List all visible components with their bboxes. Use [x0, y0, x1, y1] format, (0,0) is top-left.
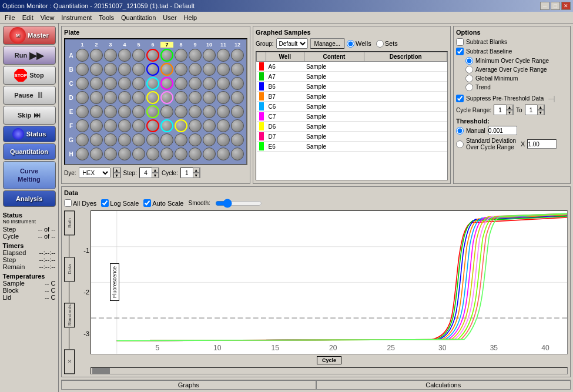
- well-c5[interactable]: [132, 77, 145, 90]
- well-b9[interactable]: [189, 63, 202, 76]
- menu-user[interactable]: User: [159, 13, 180, 22]
- well-f1[interactable]: [76, 119, 89, 132]
- well-d9[interactable]: [189, 91, 202, 104]
- well-d5[interactable]: [132, 91, 145, 104]
- well-h7[interactable]: [160, 148, 173, 160]
- smooth-slider[interactable]: [215, 199, 262, 208]
- skip-button[interactable]: Skip ⏭: [3, 106, 56, 125]
- min-over-cycle-radio[interactable]: [465, 57, 473, 65]
- cycle-spin-down[interactable]: ▼: [193, 173, 200, 178]
- dye-spin-down[interactable]: ▼: [113, 173, 120, 178]
- well-g3[interactable]: [104, 133, 117, 146]
- trend-radio[interactable]: [465, 83, 473, 91]
- auto-scale-checkbox[interactable]: [143, 199, 151, 207]
- well-f12[interactable]: [231, 119, 244, 132]
- pause-button[interactable]: Pause ⏸: [3, 86, 56, 105]
- all-dyes-checkbox[interactable]: [64, 199, 72, 207]
- well-c2[interactable]: [90, 77, 103, 90]
- well-b10[interactable]: [203, 63, 216, 76]
- well-c10[interactable]: [203, 77, 216, 90]
- well-g5[interactable]: [132, 133, 145, 146]
- auto-scale-label[interactable]: Auto Scale: [143, 199, 183, 207]
- log-scale-checkbox[interactable]: [101, 199, 109, 207]
- well-a10[interactable]: [203, 49, 216, 62]
- log-scale-label[interactable]: Log Scale: [101, 199, 139, 207]
- well-c8[interactable]: [175, 77, 187, 90]
- table-row[interactable]: B6 Sample: [257, 82, 447, 92]
- well-e5[interactable]: [132, 105, 145, 118]
- master-button[interactable]: M Master: [3, 26, 56, 45]
- table-row[interactable]: C6 Sample: [257, 102, 447, 112]
- well-g10[interactable]: [203, 133, 216, 146]
- well-f10[interactable]: [203, 119, 216, 132]
- well-a1[interactable]: [76, 49, 89, 62]
- cycle-spin-up[interactable]: ▲: [193, 167, 200, 173]
- global-min-radio[interactable]: [465, 75, 473, 82]
- sets-radio[interactable]: [376, 40, 384, 48]
- well-a5[interactable]: [132, 49, 145, 62]
- dye-spinbox[interactable]: ▲ ▼: [113, 167, 121, 178]
- well-a3[interactable]: [104, 49, 117, 62]
- suppress-checkbox[interactable]: [456, 95, 464, 102]
- avg-over-cycle-radio[interactable]: [465, 66, 473, 73]
- well-b2[interactable]: [90, 63, 103, 76]
- well-b5[interactable]: [132, 63, 145, 76]
- well-f6[interactable]: [146, 119, 159, 132]
- well-a12[interactable]: [231, 49, 244, 62]
- wells-radio[interactable]: [347, 40, 354, 48]
- well-g7[interactable]: [160, 133, 173, 146]
- well-h6[interactable]: [146, 148, 159, 160]
- well-g12[interactable]: [231, 133, 244, 146]
- quantitation-button[interactable]: Quantitation: [3, 143, 56, 160]
- well-c12[interactable]: [231, 77, 244, 90]
- well-h4[interactable]: [118, 148, 131, 160]
- stop-button[interactable]: STOP Stop: [3, 66, 56, 85]
- well-d12[interactable]: [231, 91, 244, 104]
- well-b4[interactable]: [118, 63, 131, 76]
- menu-help[interactable]: Help: [180, 13, 201, 22]
- well-b8[interactable]: [175, 63, 187, 76]
- subtract-baseline-checkbox[interactable]: [456, 48, 464, 55]
- table-row[interactable]: D6 Sample: [257, 122, 447, 132]
- well-b3[interactable]: [104, 63, 117, 76]
- well-a4[interactable]: [118, 49, 131, 62]
- well-e12[interactable]: [231, 105, 244, 118]
- well-h10[interactable]: [203, 148, 216, 160]
- well-g1[interactable]: [76, 133, 89, 146]
- well-f11[interactable]: [217, 119, 230, 132]
- well-d4[interactable]: [118, 91, 131, 104]
- well-f8[interactable]: [175, 119, 187, 132]
- well-a2[interactable]: [90, 49, 103, 62]
- table-row[interactable]: B7 Sample: [257, 92, 447, 102]
- table-row[interactable]: E6 Sample: [257, 142, 447, 152]
- well-h11[interactable]: [217, 148, 230, 160]
- well-e11[interactable]: [217, 105, 230, 118]
- well-h3[interactable]: [104, 148, 117, 160]
- cycle-to-down[interactable]: ▼: [537, 110, 544, 115]
- well-d6[interactable]: [146, 91, 159, 104]
- manage-button[interactable]: Manage...: [310, 38, 344, 49]
- minimize-button[interactable]: ─: [540, 2, 549, 10]
- well-d10[interactable]: [203, 91, 216, 104]
- status-button[interactable]: Status: [3, 126, 56, 142]
- well-b1[interactable]: [76, 63, 89, 76]
- group-select[interactable]: Default: [276, 38, 308, 49]
- well-c7[interactable]: [160, 77, 173, 90]
- table-row[interactable]: A7 Sample: [257, 72, 447, 82]
- run-button[interactable]: Run ▶▶: [3, 46, 56, 65]
- step-spin-down[interactable]: ▼: [152, 173, 159, 178]
- table-row[interactable]: C7 Sample: [257, 112, 447, 122]
- well-e7[interactable]: [160, 105, 173, 118]
- well-c4[interactable]: [118, 77, 131, 90]
- dye-select[interactable]: HEX FAM SYBR: [79, 167, 110, 178]
- analysis-button[interactable]: Analysis: [3, 190, 56, 207]
- well-d11[interactable]: [217, 91, 230, 104]
- well-a9[interactable]: [189, 49, 202, 62]
- well-h2[interactable]: [90, 148, 103, 160]
- well-e8[interactable]: [175, 105, 187, 118]
- melting-curve-button[interactable]: CurveMelting: [3, 161, 56, 189]
- well-c9[interactable]: [189, 77, 202, 90]
- manual-threshold-radio[interactable]: [456, 127, 464, 135]
- well-f3[interactable]: [104, 119, 117, 132]
- well-d2[interactable]: [90, 91, 103, 104]
